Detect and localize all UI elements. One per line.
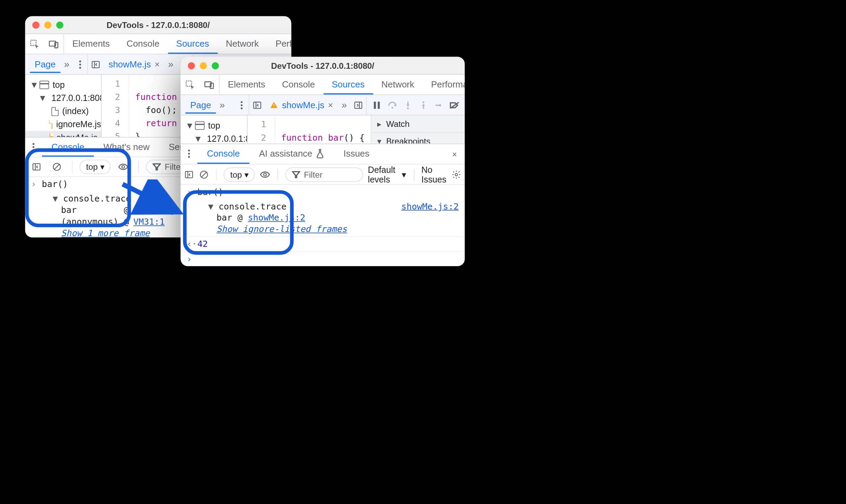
drawer-tab-ai[interactable]: AI assistance [249,144,334,164]
log-levels-select[interactable]: Default levels ▾ [368,165,407,184]
svg-rect-45 [378,101,380,109]
step-over-icon[interactable] [384,95,400,114]
pause-icon[interactable] [369,95,384,114]
issues-link[interactable]: No Issues [421,165,446,184]
tree-origin[interactable]: ▼ 127.0.0.1:8080 [180,132,247,143]
svg-point-46 [391,106,393,108]
close-file-icon[interactable]: × [155,59,160,69]
tree-file-ignore[interactable]: ignoreMe.js [25,118,101,131]
tab-sources[interactable]: Sources [168,34,217,54]
clear-console-icon[interactable] [199,165,209,184]
trace-source-link[interactable]: showMe.js:2 [401,202,459,211]
file-icon [52,120,53,129]
file-icon [52,133,53,137]
window-title: DevTools - 127.0.0.1:8080/ [180,61,465,71]
tree-file-index[interactable]: (index) [25,105,101,118]
tab-performance[interactable]: Performance [422,75,465,94]
titlebar[interactable]: DevTools - 127.0.0.1:8080/ [25,16,291,34]
show-ignored-frames-link[interactable]: Show ignore-listed frames [216,224,347,234]
console-filter[interactable]: Filter [285,167,363,182]
drawer-tab-issues[interactable]: Issues [334,144,379,164]
tree-label: top [53,80,65,90]
clear-console-icon[interactable] [49,157,65,176]
inspect-element-icon[interactable] [180,75,199,94]
live-expression-icon[interactable] [116,157,131,176]
tab-network[interactable]: Network [217,34,267,54]
console-output[interactable]: › bar() › ▼ console.trace bar @ showMe.j… [180,185,465,266]
tree-top-frame[interactable]: ▼ top [180,119,247,132]
file-tabs-more-icon[interactable]: » [165,59,177,69]
navigator-tab-page[interactable]: Page [30,56,61,73]
frame-source-link[interactable]: showMe.js:2 [248,213,305,223]
window-minimize-button[interactable] [200,62,207,69]
navigator-tab-page[interactable]: Page [185,96,216,114]
drawer-tab-whatsnew[interactable]: What's new [94,138,159,157]
close-file-icon[interactable]: × [328,100,333,110]
tab-console[interactable]: Console [274,75,324,94]
watch-section[interactable]: ▸ Watch [371,115,465,133]
step-into-icon[interactable] [400,95,416,114]
window-zoom-button[interactable] [212,62,219,69]
tree-file-show[interactable]: showMe.js [25,131,101,137]
tab-elements[interactable]: Elements [220,75,274,94]
gutter-line: 3 [102,103,120,116]
step-icon[interactable] [431,95,447,114]
at-sign: @ [124,217,133,227]
expand-icon[interactable]: › [187,187,197,197]
frame-icon [39,81,49,89]
expand-icon[interactable]: › [31,179,42,189]
tree-origin[interactable]: ▼ 127.0.0.1:8080 [25,92,101,105]
window-close-button[interactable] [32,21,39,28]
tab-performance[interactable]: Performance [267,34,291,54]
context-select[interactable]: top ▾ [224,167,255,182]
tree-label: ignoreMe.js [56,120,101,129]
tree-top-frame[interactable]: ▼ top [25,78,101,92]
show-more-frames-link[interactable]: Show 1 more frame [61,228,150,237]
traffic-lights [32,21,63,28]
traffic-lights [188,62,219,69]
drawer-close-icon[interactable]: × [444,144,465,164]
collapse-icon[interactable]: ▼ [53,194,63,204]
tab-console[interactable]: Console [118,34,168,54]
window-zoom-button[interactable] [56,21,64,28]
device-toolbar-icon[interactable] [200,75,219,94]
navigator-menu-icon[interactable] [73,55,88,74]
navigator-toggle-right-icon[interactable] [351,95,366,114]
device-toolbar-icon[interactable] [44,34,63,53]
tab-elements[interactable]: Elements [64,34,118,54]
navigator-more-icon[interactable]: » [216,100,229,110]
open-file-tab[interactable]: showMe.js × [104,54,165,74]
navigator-toggle-left-icon[interactable] [250,95,265,114]
titlebar[interactable]: DevTools - 127.0.0.1:8080/ [180,57,465,75]
navigator-menu-icon[interactable] [235,95,249,114]
window-close-button[interactable] [188,62,195,69]
drawer-menu-icon[interactable] [180,144,197,163]
context-select[interactable]: top ▾ [80,160,111,174]
open-file-tab[interactable]: showMe.js × [265,95,338,115]
svg-rect-44 [374,101,376,109]
svg-point-51 [188,153,190,155]
tab-sources[interactable]: Sources [323,75,373,94]
inspect-element-icon[interactable] [25,34,44,53]
svg-point-58 [455,173,457,176]
file-tabs-more-icon[interactable]: » [338,100,351,110]
tab-network[interactable]: Network [373,75,423,94]
top-toolbar: Elements Console Sources Network Perform… [180,75,465,95]
tree-label: (index) [62,106,89,116]
deactivate-breakpoints-icon[interactable] [447,95,462,114]
drawer-tab-console[interactable]: Console [197,144,250,164]
navigator-more-icon[interactable]: » [61,59,73,69]
console-settings-icon[interactable] [451,165,461,184]
drawer-menu-icon[interactable] [25,138,42,157]
window-minimize-button[interactable] [44,21,52,28]
trace-label: console.trace [63,194,131,204]
tab-label: AI assistance [259,148,312,158]
navigator-toggle-left-icon[interactable] [88,55,104,74]
drawer-tab-console[interactable]: Console [42,138,94,157]
console-call: bar() [197,187,459,197]
step-out-icon[interactable] [416,95,431,114]
console-sidebar-icon[interactable] [29,157,44,176]
live-expression-icon[interactable] [260,165,271,184]
collapse-icon[interactable]: ▼ [208,202,219,211]
console-sidebar-icon[interactable] [184,165,194,184]
